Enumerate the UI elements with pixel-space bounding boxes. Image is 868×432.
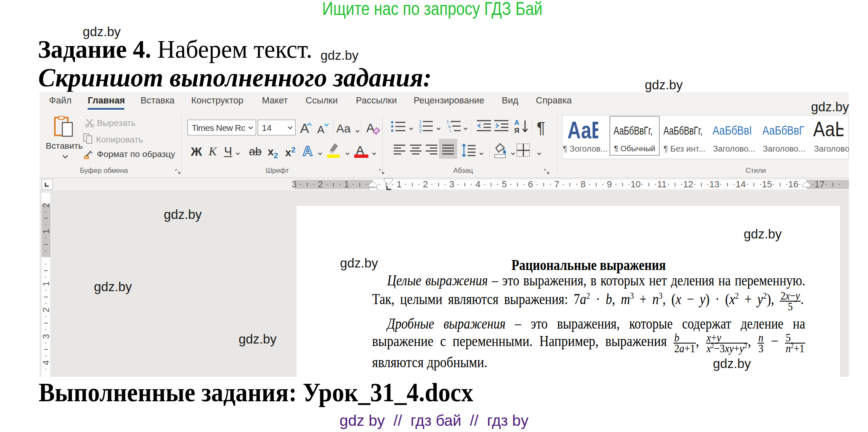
svg-text:1: 1 [344,179,349,189]
svg-text:2: 2 [42,203,50,208]
svg-text:16: 16 [788,179,798,189]
svg-text:А: А [514,119,519,127]
svg-text:9: 9 [607,179,612,189]
svg-text:4: 4 [42,360,50,365]
svg-text:1: 1 [397,179,402,189]
svg-text:12: 12 [683,179,693,189]
svg-text:15: 15 [762,179,772,189]
svg-text:Я: Я [514,127,519,134]
svg-text:5: 5 [502,179,507,189]
svg-text:3: 3 [419,128,422,133]
svg-text:3: 3 [449,179,454,189]
svg-text:6: 6 [528,179,533,189]
svg-text:14: 14 [736,179,746,189]
svg-text:17: 17 [814,179,824,189]
svg-text:11: 11 [657,179,667,189]
svg-text:1: 1 [42,281,50,286]
svg-text:2: 2 [42,307,50,312]
svg-text:8: 8 [580,179,585,189]
svg-text:10: 10 [631,179,641,189]
svg-text:2: 2 [318,179,323,189]
svg-text:i: i [450,128,451,133]
svg-text:1: 1 [42,229,50,234]
svg-text:4: 4 [476,179,481,189]
svg-text:2: 2 [423,179,428,189]
svg-text:3: 3 [291,179,296,189]
svg-text:7: 7 [554,179,559,189]
svg-text:3: 3 [42,334,50,339]
svg-text:13: 13 [709,179,719,189]
